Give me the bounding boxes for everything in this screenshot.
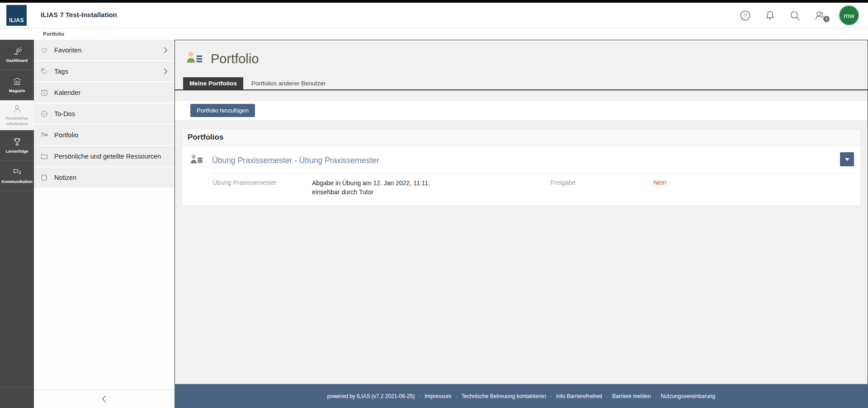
detail-label: Übung Praxissemester (212, 179, 312, 186)
folder-icon (40, 152, 48, 160)
chat-bubbles-icon (12, 167, 22, 177)
svg-text:?: ? (744, 12, 747, 19)
portfolio-item-icon (189, 153, 204, 168)
portfolio-actions-dropdown-button[interactable] (840, 152, 854, 166)
check-circle-icon (40, 110, 48, 118)
bank-icon (12, 76, 22, 86)
top-bar: ILIAS ILIAS 7 Test-Installation ? 7 mw (0, 3, 868, 28)
rail-bottom-divider (0, 387, 34, 387)
online-count-badge: 7 (823, 16, 830, 22)
portfolio-details: Übung Praxissemester Abgabe in Übung am … (189, 179, 854, 197)
portfolio-row: Übung Praxissemester - Übung Praxissemes… (189, 153, 854, 168)
rail-item-kommunikation[interactable]: Kommunikation (0, 161, 34, 191)
sidebar-collapse-button[interactable] (34, 389, 175, 408)
tab-portfolios-anderer-benutzer[interactable]: Portfolios anderer Benutzer (245, 77, 332, 89)
portfolios-list: Übung Praxissemester - Übung Praxissemes… (182, 146, 861, 206)
rail-item-persoenlicher-arbeitsraum[interactable]: Persönlicher Arbeitsraum (0, 100, 34, 131)
content-panel: Portfolio Meine Portfolios Portfolios an… (175, 40, 868, 384)
notifications-bell-icon[interactable] (764, 10, 776, 21)
breadcrumb-portfolio[interactable]: Portfolio (43, 31, 64, 37)
row-divider (212, 174, 854, 174)
detail-value: Abgabe in Übung am 12. Jan 2022, 11:11; … (312, 179, 551, 197)
installation-title: ILIAS 7 Test-Installation (41, 11, 117, 19)
footer-link-technische-betreuung[interactable]: Technische Betreuung kontaktieren (462, 393, 546, 399)
note-icon (40, 174, 48, 182)
tools-sidebar: Favoriten Tags 6 Kalender To-Dos Portfol… (34, 40, 175, 408)
portfolios-card: Portfolios Übung Praxissemester - Übung … (182, 129, 861, 206)
chevron-right-icon[interactable] (161, 46, 170, 55)
portfolio-page-icon (185, 50, 203, 67)
footer-link-impressum[interactable]: Impressum (425, 393, 451, 399)
add-portfolio-button[interactable]: Portfolio hinzufügen (190, 104, 255, 117)
sidebar-item-notizen[interactable]: Notizen (34, 167, 175, 188)
person-icon (12, 104, 22, 114)
ilias-logo-text: ILIAS (9, 17, 24, 23)
top-bar-actions: ? 7 mw (740, 3, 868, 28)
footer-link-info-barrierefreiheit[interactable]: Info Barrierefreiheit (556, 393, 602, 399)
calendar-icon: 6 (40, 89, 48, 97)
sidebar-item-kalender[interactable]: 6 Kalender (34, 82, 175, 103)
main-bar-rail: Dashboard Magazin Persönlicher Arbeitsra… (0, 40, 34, 408)
share-label: Freigabe (551, 179, 653, 186)
rail-item-lernerfolge[interactable]: Lernerfolge (0, 131, 34, 161)
tab-meine-portfolios[interactable]: Meine Portfolios (183, 77, 243, 89)
window-top-strip (0, 0, 868, 3)
sidebar-item-tags[interactable]: Tags (34, 61, 175, 81)
share-value: Nein (653, 179, 666, 186)
help-icon[interactable]: ? (740, 10, 751, 21)
sidebar-item-ressourcen[interactable]: Persönliche und geteilte Ressourcen (34, 146, 175, 166)
sidebar-item-todos[interactable]: To-Dos (34, 103, 175, 124)
footer-link-nutzungsvereinbarung[interactable]: Nutzungsvereinbarung (660, 393, 715, 399)
portfolio-title-link[interactable]: Übung Praxissemester - Übung Praxissemes… (212, 156, 379, 165)
ilias-logo[interactable]: ILIAS (6, 5, 27, 26)
tab-bar: Meine Portfolios Portfolios anderer Benu… (175, 77, 868, 90)
sidebar-item-favoriten[interactable]: Favoriten (34, 40, 175, 60)
avatar-initials: mw (844, 12, 854, 19)
powered-by-text: powered by ILIAS (v7.2 2021-06-25) (327, 393, 415, 399)
footer: powered by ILIAS (v7.2 2021-06-25) · Imp… (175, 384, 868, 408)
heart-icon (40, 46, 48, 54)
trophy-icon (12, 137, 22, 147)
ilias-screen: ILIAS ILIAS 7 Test-Installation ? 7 mw P… (0, 0, 868, 408)
sidebar-item-portfolio[interactable]: Portfolio (34, 125, 175, 145)
rail-item-dashboard[interactable]: Dashboard (0, 40, 34, 70)
tag-icon (40, 67, 48, 75)
breadcrumb: Portfolio (0, 29, 868, 40)
chevron-left-icon (99, 394, 109, 404)
svg-text:6: 6 (43, 92, 45, 94)
user-avatar[interactable]: mw (839, 5, 859, 25)
footer-link-barriere-melden[interactable]: Barriere melden (612, 393, 651, 399)
page-header: Portfolio (175, 40, 868, 67)
rail-item-magazin[interactable]: Magazin (0, 70, 34, 100)
chevron-right-icon[interactable] (161, 67, 170, 76)
who-is-online-icon[interactable]: 7 (814, 10, 826, 21)
portfolios-section-title: Portfolios (182, 129, 861, 146)
toolbar: Portfolio hinzufügen (175, 100, 868, 121)
portfolio-icon (40, 131, 48, 139)
lamp-icon (12, 46, 22, 56)
page-title: Portfolio (211, 52, 259, 66)
caret-down-icon (845, 158, 849, 161)
search-icon[interactable] (789, 10, 801, 21)
